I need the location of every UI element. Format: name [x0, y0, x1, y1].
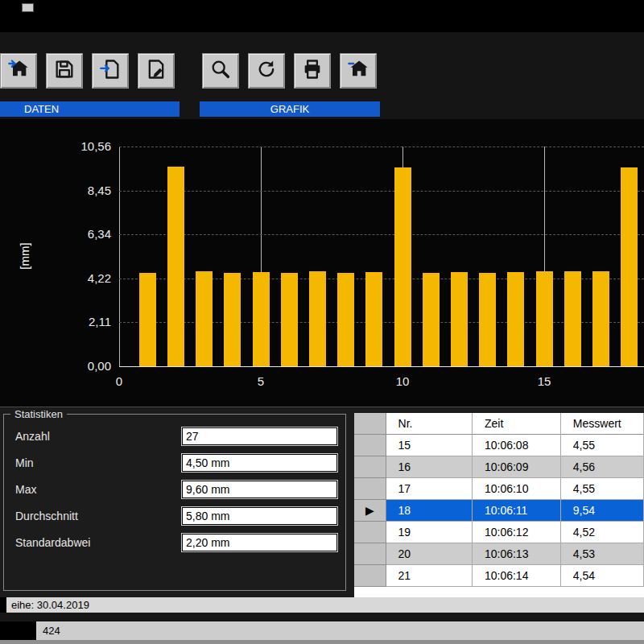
cell-zeit: 10:06:13 — [473, 543, 561, 565]
cell-messwert: 4,52 — [561, 522, 644, 543]
print-icon — [301, 58, 324, 84]
bar — [224, 273, 241, 366]
header-row-selector-cell — [354, 413, 386, 435]
table-row[interactable]: 21 10:06:14 4,54 — [354, 565, 644, 587]
table-row-selected[interactable]: ▶ 18 10:06:11 9,54 — [354, 500, 644, 522]
measurement-table: Nr. Zeit Messwert 15 10:06:08 4,55 16 10… — [354, 413, 644, 598]
report-document-icon — [145, 58, 167, 84]
home-icon — [347, 58, 369, 84]
statusbar-bottom-text: 424 — [43, 621, 60, 640]
anzahl-field[interactable] — [182, 427, 337, 445]
cell-nr: 21 — [386, 565, 473, 587]
durchschnitt-label: Durchschnitt — [15, 510, 78, 522]
y-tick-label: 4,22 — [0, 271, 111, 285]
bar — [423, 273, 440, 366]
cell-nr: 20 — [386, 543, 473, 565]
statusbar: eihe: 30.04.2019 — [0, 597, 644, 613]
save-button[interactable] — [46, 53, 83, 89]
print-button[interactable] — [294, 53, 331, 89]
y-tick-label: 10,56 — [0, 139, 111, 153]
cell-messwert: 4,55 — [561, 435, 644, 456]
statusbar-left-block — [0, 597, 6, 613]
window-bottom-edge — [0, 640, 644, 644]
cell-messwert: 4,54 — [561, 565, 644, 587]
y-gridline — [119, 147, 644, 147]
cell-zeit: 10:06:11 — [473, 500, 561, 522]
export-button[interactable] — [92, 53, 129, 89]
bar — [536, 271, 553, 366]
toolbar: DATEN GRAFIK — [0, 32, 644, 119]
x-tick-label: 10 — [396, 374, 410, 388]
bar — [196, 271, 213, 366]
table-row[interactable]: 16 10:06:09 4,56 — [354, 456, 644, 478]
bottom-panel: Statistiken Anzahl Min Max Durchschnitt … — [0, 407, 644, 597]
bar — [592, 271, 609, 366]
group-label-daten: DATEN — [0, 101, 180, 117]
zoom-button[interactable] — [202, 53, 239, 89]
row-selector-cell[interactable] — [354, 522, 386, 543]
column-header-messwert: Messwert — [561, 413, 644, 435]
table-row[interactable]: 17 10:06:10 4,55 — [354, 478, 644, 500]
cell-nr: 17 — [386, 478, 473, 500]
durchschnitt-field[interactable] — [182, 507, 337, 525]
bar — [281, 273, 298, 366]
group-label-grafik: GRAFIK — [200, 101, 380, 117]
cell-messwert: 9,54 — [561, 500, 644, 522]
bar — [621, 167, 638, 366]
row-selector-cell[interactable] — [354, 543, 386, 565]
statistics-legend: Statistiken — [10, 408, 67, 420]
cell-zeit: 10:06:08 — [473, 435, 561, 456]
y-tick-label: 8,45 — [0, 184, 111, 197]
bar — [139, 273, 156, 366]
statusbar-bottom: 424 — [0, 621, 644, 640]
x-tick-label: 15 — [538, 374, 551, 388]
row-selector-cell[interactable]: ▶ — [354, 500, 386, 522]
home-button[interactable] — [340, 53, 377, 89]
home-import-button[interactable] — [0, 53, 37, 89]
row-selector-cell[interactable] — [354, 565, 386, 587]
bar — [167, 167, 184, 366]
y-tick-label: 0,00 — [0, 359, 111, 373]
bar — [451, 272, 468, 366]
max-label: Max — [15, 483, 36, 496]
x-tick-label: 0 — [116, 374, 122, 388]
bar — [479, 273, 496, 366]
home-import-icon — [7, 58, 30, 84]
standardabweichung-label: Standardabwei — [15, 536, 90, 549]
x-tick-label: 5 — [258, 374, 264, 388]
table-row[interactable]: 19 10:06:12 4,52 — [354, 522, 644, 543]
y-gridline — [119, 234, 644, 235]
max-field[interactable] — [182, 481, 337, 498]
standardabweichung-field[interactable] — [182, 534, 337, 551]
y-tick-label: 6,34 — [0, 227, 111, 241]
table-row[interactable]: 15 10:06:08 4,55 — [354, 435, 644, 456]
row-selector-cell[interactable] — [354, 478, 386, 500]
cell-nr: 16 — [386, 456, 473, 478]
statistics-groupbox: Statistiken Anzahl Min Max Durchschnitt … — [3, 414, 346, 591]
refresh-button[interactable] — [248, 53, 285, 89]
chart-plot-area — [119, 147, 644, 367]
bar — [253, 272, 270, 366]
export-document-icon — [99, 58, 122, 84]
table-row[interactable]: 20 10:06:13 4,53 — [354, 543, 644, 565]
column-header-nr: Nr. — [386, 413, 473, 435]
cell-nr: 19 — [386, 522, 473, 543]
statusbar-separator — [0, 613, 644, 621]
cell-zeit: 10:06:14 — [473, 565, 561, 587]
column-header-zeit: Zeit — [473, 413, 561, 435]
statusbar-text: eihe: 30.04.2019 — [11, 597, 89, 613]
y-gridline — [119, 191, 644, 192]
row-selector-cell[interactable] — [354, 456, 386, 478]
cell-zeit: 10:06:10 — [473, 478, 561, 500]
min-label: Min — [15, 456, 34, 469]
selected-row-marker: ▶ — [365, 504, 374, 517]
window-icon — [22, 3, 34, 12]
bar — [507, 272, 524, 366]
row-selector-cell[interactable] — [354, 435, 386, 456]
save-icon — [53, 58, 76, 84]
cell-zeit: 10:06:09 — [473, 456, 561, 478]
y-tick-label: 2,11 — [0, 315, 111, 328]
cell-nr: 15 — [386, 435, 473, 456]
min-field[interactable] — [182, 454, 337, 472]
report-button[interactable] — [138, 53, 175, 89]
